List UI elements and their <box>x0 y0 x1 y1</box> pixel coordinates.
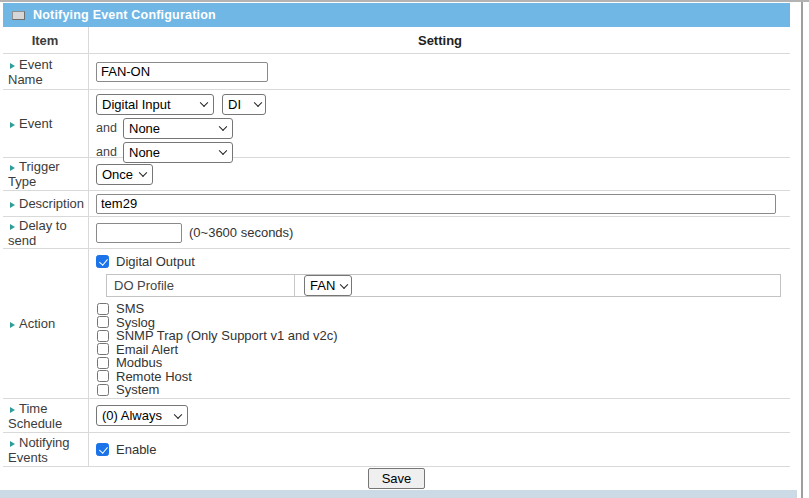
window-icon <box>12 11 25 20</box>
event-and1-select[interactable]: None <box>123 118 233 139</box>
panel-title-bar: Notifying Event Configuration <box>3 3 790 27</box>
and-label: and <box>96 145 120 159</box>
row-label-description: Description <box>3 191 89 216</box>
event-and2-select[interactable]: None <box>123 142 233 163</box>
bullet-icon <box>10 322 15 328</box>
snmp-trap-label: SNMP Trap (Only Support v1 and v2c) <box>116 329 338 342</box>
digital-output-label: Digital Output <box>116 254 195 269</box>
snmp-trap-checkbox[interactable] <box>97 330 109 342</box>
row-event: Event Digital Input DI and None and None <box>3 90 790 158</box>
bullet-icon <box>10 224 15 230</box>
event-name-input[interactable] <box>96 62 268 82</box>
and-label: and <box>96 121 120 135</box>
modbus-checkbox[interactable] <box>97 357 109 369</box>
bullet-icon <box>10 63 15 69</box>
row-delay-to-send: Delay to send (0~3600 seconds) <box>3 217 790 249</box>
row-description: Description <box>3 191 790 217</box>
event-type-select[interactable]: Digital Input <box>96 94 214 115</box>
system-label: System <box>116 383 159 396</box>
delay-input[interactable] <box>96 223 182 243</box>
enable-checkbox[interactable] <box>96 443 109 456</box>
row-action: Action Digital Output DO Profile FAN S <box>3 249 790 399</box>
notifying-event-config-panel: Notifying Event Configuration Item Setti… <box>3 3 790 498</box>
do-profile-subtable: DO Profile FAN <box>106 274 781 297</box>
row-label-trigger-type: Trigger Type <box>3 158 89 190</box>
bottom-bar <box>0 490 797 498</box>
column-header-item: Item <box>3 27 89 53</box>
browser-viewport: Notifying Event Configuration Item Setti… <box>0 0 809 498</box>
system-checkbox[interactable] <box>97 384 109 396</box>
delay-hint: (0~3600 seconds) <box>189 225 293 240</box>
save-button[interactable]: Save <box>368 468 426 489</box>
trigger-type-select[interactable]: Once <box>96 164 153 185</box>
config-table: Item Setting Event Name Event <box>3 27 790 467</box>
time-schedule-select[interactable]: (0) Always <box>96 405 188 426</box>
table-header-row: Item Setting <box>3 27 790 54</box>
row-label-notifying-events: Notifying Events <box>3 433 89 466</box>
syslog-label: Syslog <box>116 316 155 329</box>
column-header-setting: Setting <box>89 27 790 53</box>
do-profile-select[interactable]: FAN <box>304 275 352 296</box>
row-trigger-type: Trigger Type Once <box>3 158 790 191</box>
bullet-icon <box>10 407 15 413</box>
modbus-label: Modbus <box>116 356 162 369</box>
bullet-icon <box>10 441 15 447</box>
row-notifying-events: Notifying Events Enable <box>3 433 790 467</box>
event-subtype-select[interactable]: DI <box>222 94 266 115</box>
row-time-schedule: Time Schedule (0) Always <box>3 399 790 433</box>
enable-label: Enable <box>116 442 156 457</box>
bullet-icon <box>10 165 15 171</box>
row-label-action: Action <box>3 249 89 398</box>
save-row: Save <box>3 467 790 490</box>
row-label-event: Event <box>3 90 89 157</box>
row-label-delay-to-send: Delay to send <box>3 217 89 248</box>
sms-checkbox[interactable] <box>97 303 109 315</box>
bullet-icon <box>10 202 15 208</box>
right-edge-divider <box>801 2 803 498</box>
row-label-event-name: Event Name <box>3 54 89 89</box>
remote-host-checkbox[interactable] <box>97 370 109 382</box>
action-options-list: SMS Syslog SNMP Trap (Only Support v1 an… <box>96 302 784 397</box>
description-input[interactable] <box>96 194 776 214</box>
syslog-checkbox[interactable] <box>97 316 109 328</box>
row-event-name: Event Name <box>3 54 790 90</box>
remote-host-label: Remote Host <box>116 370 192 383</box>
email-alert-checkbox[interactable] <box>97 343 109 355</box>
row-label-time-schedule: Time Schedule <box>3 399 89 432</box>
do-profile-label: DO Profile <box>107 275 295 296</box>
bullet-icon <box>10 122 15 128</box>
email-alert-label: Email Alert <box>116 343 178 356</box>
sms-label: SMS <box>116 302 144 315</box>
digital-output-checkbox[interactable] <box>96 255 109 268</box>
panel-title: Notifying Event Configuration <box>33 8 216 22</box>
